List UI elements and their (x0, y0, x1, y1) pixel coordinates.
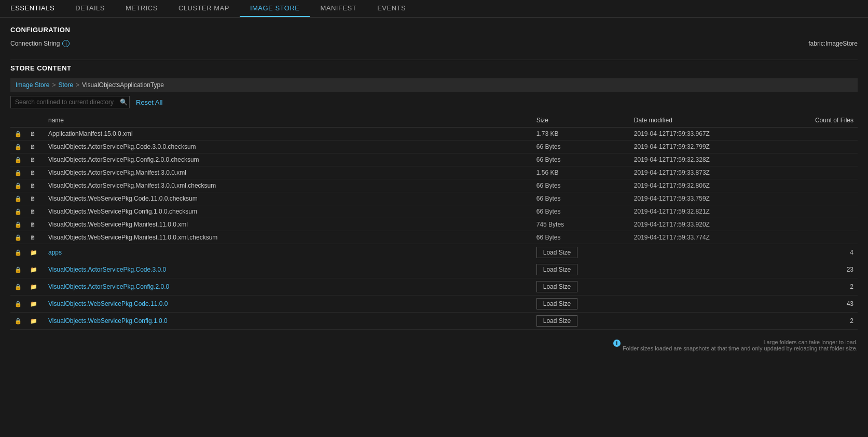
nav-events[interactable]: EVENTS (367, 0, 416, 17)
file-size-cell: 66 Bytes (532, 231, 630, 244)
folder-name[interactable]: VisualObjects.WebServicePkg.Code.11.0.0 (48, 300, 168, 307)
file-icon-cell: 🗎 (26, 153, 44, 166)
file-size-cell: 1.56 KB (532, 166, 630, 179)
file-count-cell (777, 166, 858, 179)
folder-name[interactable]: apps (48, 249, 62, 256)
folder-count-cell: 23 (777, 261, 858, 278)
file-date-cell: 2019-04-12T17:59:32.821Z (630, 205, 777, 218)
nav-manifest[interactable]: MANIFEST (310, 0, 367, 17)
file-count-cell (777, 140, 858, 153)
lock-cell: 🔒 (10, 313, 26, 330)
count-value: 4 (850, 249, 853, 256)
file-size-cell: 66 Bytes (532, 192, 630, 205)
load-size-button[interactable]: Load Size (536, 315, 577, 327)
lock-cell: 🔒 (10, 166, 26, 179)
folder-name-cell: VisualObjects.WebServicePkg.Config.1.0.0 (44, 313, 532, 330)
file-size-cell: 1.73 KB (532, 128, 630, 140)
lock-icon: 🔒 (15, 157, 22, 163)
file-date-cell: 2019-04-12T17:59:33.920Z (630, 218, 777, 231)
file-size-cell: 66 Bytes (532, 153, 630, 166)
lock-cell: 🔒 (10, 179, 26, 192)
config-row: Connection String i fabric:ImageStore (10, 40, 858, 51)
lock-icon: 🔒 (15, 284, 22, 290)
file-date-cell: 2019-04-12T17:59:33.759Z (630, 192, 777, 205)
folder-size-cell: Load Size (532, 261, 630, 278)
lock-icon: 🔒 (15, 182, 22, 189)
lock-cell: 🔒 (10, 244, 26, 261)
load-size-button[interactable]: Load Size (536, 264, 577, 275)
folder-icon: 📁 (30, 301, 37, 307)
count-value: 2 (850, 283, 853, 290)
nav-image-store[interactable]: IMAGE STORE (240, 0, 310, 17)
file-count-cell (777, 128, 858, 140)
folder-date-cell (630, 244, 777, 261)
lock-cell: 🔒 (10, 128, 26, 140)
table-row: 🔒 🗎 VisualObjects.ActorServicePkg.Code.3… (10, 140, 858, 153)
file-name: ApplicationManifest.15.0.0.xml (48, 130, 133, 137)
table-row: 🔒 🗎 VisualObjects.WebServicePkg.Manifest… (10, 231, 858, 244)
lock-icon: 🔒 (15, 221, 22, 228)
file-name-cell: VisualObjects.WebServicePkg.Code.11.0.0.… (44, 192, 532, 205)
search-input[interactable] (10, 96, 130, 108)
nav-essentials[interactable]: ESSENTIALS (0, 0, 65, 17)
folder-name[interactable]: VisualObjects.WebServicePkg.Config.1.0.0 (48, 317, 168, 325)
load-size-button[interactable]: Load Size (536, 281, 577, 292)
search-icon[interactable]: 🔍 (120, 98, 128, 106)
load-size-button[interactable]: Load Size (536, 247, 577, 258)
lock-icon: 🔒 (15, 208, 22, 215)
file-icon-cell: 🗎 (26, 140, 44, 153)
folder-name-cell: VisualObjects.ActorServicePkg.Config.2.0… (44, 278, 532, 295)
file-icon-cell: 🗎 (26, 179, 44, 192)
table-row: 🔒 🗎 ApplicationManifest.15.0.0.xml 1.73 … (10, 128, 858, 140)
folder-count-cell: 4 (777, 244, 858, 261)
folder-size-cell: Load Size (532, 244, 630, 261)
connection-string-info-icon[interactable]: i (62, 40, 70, 47)
table-row: 🔒 📁 VisualObjects.ActorServicePkg.Code.3… (10, 261, 858, 278)
reset-all-button[interactable]: Reset All (136, 98, 162, 106)
file-date-cell: 2019-04-12T17:59:32.799Z (630, 140, 777, 153)
folder-name[interactable]: VisualObjects.ActorServicePkg.Config.2.0… (48, 283, 169, 290)
col-header-icon (26, 114, 44, 128)
file-icon: 🗎 (30, 221, 36, 228)
file-icon-cell: 🗎 (26, 128, 44, 140)
top-navigation: ESSENTIALS DETAILS METRICS CLUSTER MAP I… (0, 0, 868, 18)
breadcrumb: Image Store > Store > VisualObjectsAppli… (10, 78, 858, 92)
file-icon: 🗎 (30, 144, 36, 150)
file-name: VisualObjects.WebServicePkg.Manifest.11.… (48, 221, 188, 228)
file-name: VisualObjects.WebServicePkg.Manifest.11.… (48, 234, 217, 241)
file-icon: 🗎 (30, 208, 36, 215)
nav-metrics[interactable]: METRICS (115, 0, 168, 17)
file-icon: 🗎 (30, 170, 36, 176)
col-header-size: Size (532, 114, 630, 128)
table-row: 🔒 🗎 VisualObjects.ActorServicePkg.Manife… (10, 166, 858, 179)
table-row: 🔒 📁 VisualObjects.WebServicePkg.Config.1… (10, 313, 858, 330)
table-row: 🔒 🗎 VisualObjects.WebServicePkg.Manifest… (10, 218, 858, 231)
lock-icon: 🔒 (15, 144, 22, 150)
folder-icon: 📁 (30, 249, 37, 256)
col-header-date: Date modified (630, 114, 777, 128)
lock-icon: 🔒 (15, 195, 22, 202)
breadcrumb-current: VisualObjectsApplicationType (82, 81, 164, 89)
file-name-cell: VisualObjects.WebServicePkg.Config.1.0.0… (44, 205, 532, 218)
breadcrumb-store[interactable]: Store (58, 81, 73, 89)
file-count-cell (777, 205, 858, 218)
file-count-cell (777, 192, 858, 205)
footer-info-icon: i (613, 340, 621, 347)
folder-icon-cell: 📁 (26, 261, 44, 278)
table-row: 🔒 🗎 VisualObjects.ActorServicePkg.Manife… (10, 179, 858, 192)
file-count-cell (777, 179, 858, 192)
lock-icon: 🔒 (15, 234, 22, 241)
file-name: VisualObjects.ActorServicePkg.Manifest.3… (48, 182, 216, 189)
file-name-cell: ApplicationManifest.15.0.0.xml (44, 128, 532, 140)
nav-details[interactable]: DETAILS (65, 0, 115, 17)
footer-note: i Large folders can take longer to load.… (10, 336, 858, 351)
breadcrumb-image-store[interactable]: Image Store (16, 81, 49, 89)
file-name-cell: VisualObjects.WebServicePkg.Manifest.11.… (44, 231, 532, 244)
footer-note-line1: Large folders can take longer to load. (623, 339, 858, 345)
lock-icon: 🔒 (15, 249, 22, 256)
nav-cluster-map[interactable]: CLUSTER MAP (168, 0, 240, 17)
file-icon: 🗎 (30, 157, 36, 163)
load-size-button[interactable]: Load Size (536, 298, 577, 309)
folder-name[interactable]: VisualObjects.ActorServicePkg.Code.3.0.0 (48, 266, 166, 273)
folder-name-cell: VisualObjects.WebServicePkg.Code.11.0.0 (44, 295, 532, 313)
